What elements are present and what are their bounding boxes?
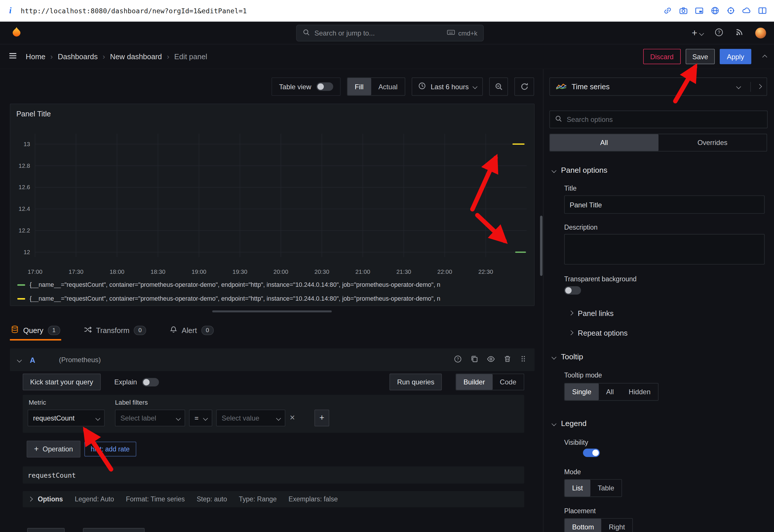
hide-icon[interactable]	[487, 355, 495, 365]
nav-search[interactable]: cmd+k	[296, 25, 484, 41]
legend-visibility-toggle[interactable]	[583, 449, 600, 457]
label-select[interactable]: Select label	[115, 410, 185, 426]
svg-text:17:00: 17:00	[28, 268, 42, 275]
avatar[interactable]	[755, 28, 766, 39]
svg-text:20:00: 20:00	[273, 268, 288, 275]
transform-count-badge: 0	[134, 325, 146, 335]
options-search[interactable]	[549, 111, 767, 129]
datasource-label: (Prometheus)	[59, 356, 101, 364]
title-input[interactable]	[564, 196, 765, 214]
legend-placement-right[interactable]: Right	[601, 519, 632, 532]
options-sidebar: Time series All Overrides Panel options …	[543, 69, 774, 532]
viz-type-label: Time series	[572, 82, 610, 91]
cloud-icon[interactable]	[742, 6, 751, 15]
viz-expand-button[interactable]	[757, 84, 761, 89]
breadcrumb-separator: ›	[167, 52, 170, 61]
delete-icon[interactable]	[503, 355, 511, 365]
add-menu-button[interactable]: +	[692, 28, 703, 39]
svg-text:20:30: 20:30	[315, 268, 329, 275]
query-row-header[interactable]: A (Prometheus) ?	[10, 348, 535, 371]
tab-overrides[interactable]: Overrides	[658, 134, 766, 151]
metric-select[interactable]: requestCount	[28, 410, 105, 426]
display-mode-fill[interactable]: Fill	[347, 78, 371, 95]
editor-mode-builder[interactable]: Builder	[456, 374, 492, 390]
legend-visibility-label: Visibility	[564, 439, 588, 446]
table-view-label: Table view	[279, 83, 311, 90]
description-input[interactable]	[564, 234, 765, 265]
rss-button[interactable]	[735, 28, 744, 39]
section-panel-options[interactable]: Panel options	[552, 166, 607, 175]
save-button[interactable]: Save	[685, 49, 715, 64]
section-tooltip[interactable]: Tooltip	[552, 352, 583, 361]
viz-picker[interactable]: Time series	[549, 77, 767, 96]
legend-item[interactable]: {__name__="requestCount", container="pro…	[17, 292, 531, 306]
database-icon	[11, 325, 19, 335]
add-expression-button[interactable]	[83, 528, 145, 532]
collapse-header-button[interactable]	[763, 52, 766, 61]
editor-tabs: Query 1 Transform 0 Alert 0	[10, 320, 215, 341]
menu-toggle-button[interactable]	[8, 51, 18, 62]
help-icon[interactable]: ?	[454, 355, 462, 365]
chevron-down-icon	[552, 168, 556, 173]
scrollbar-thumb[interactable]	[540, 216, 543, 276]
query-ref: A	[30, 356, 35, 364]
legend-mode-list[interactable]: List	[565, 480, 590, 496]
pip-icon[interactable]	[695, 6, 704, 15]
breadcrumb-item-dashboards[interactable]: Dashboards	[58, 52, 98, 61]
duplicate-icon[interactable]	[470, 355, 478, 365]
tooltip-mode-single[interactable]: Single	[565, 384, 599, 400]
add-filter-button[interactable]: +	[315, 410, 329, 426]
hint-add-rate-button[interactable]: hint: add rate	[84, 442, 136, 456]
url-text[interactable]: http://localhost:8080/dashboard/new?orgI…	[21, 7, 247, 14]
plus-icon: +	[692, 28, 697, 39]
display-mode-actual[interactable]: Actual	[371, 78, 405, 95]
run-queries-button[interactable]: Run queries	[390, 373, 442, 390]
panel-links-row[interactable]: Panel links	[569, 309, 614, 317]
split-view-icon[interactable]	[758, 6, 767, 15]
zoom-out-button[interactable]	[489, 77, 508, 96]
grafana-logo[interactable]	[10, 27, 23, 41]
options-search-input[interactable]	[567, 116, 762, 123]
help-button[interactable]: ?	[714, 27, 723, 39]
tab-query[interactable]: Query 1	[10, 320, 61, 341]
chevron-right-icon	[28, 497, 33, 501]
tooltip-mode-all[interactable]: All	[599, 384, 621, 400]
section-legend[interactable]: Legend	[552, 419, 587, 428]
breadcrumb-item-new-dashboard[interactable]: New dashboard	[110, 52, 162, 61]
title-label: Title	[564, 185, 577, 192]
camera-icon[interactable]	[679, 6, 688, 15]
global-search-input[interactable]	[315, 29, 442, 37]
panel-resize-handle[interactable]	[212, 310, 332, 312]
transparent-background-toggle[interactable]	[564, 286, 581, 295]
apply-button[interactable]: Apply	[720, 49, 751, 64]
kick-start-button[interactable]: Kick start your query	[23, 373, 101, 390]
timeseries-chart: 17:0017:3018:0018:3019:0019:3020:0020:30…	[10, 104, 534, 277]
time-range-picker[interactable]: Last 6 hours	[412, 77, 483, 96]
discard-button[interactable]: Discard	[643, 49, 680, 64]
tooltip-mode-hidden[interactable]: Hidden	[621, 384, 658, 400]
drag-icon[interactable]	[520, 355, 527, 365]
tab-alert[interactable]: Alert 0	[169, 320, 215, 341]
keyboard-shortcut: cmd+k	[447, 29, 477, 38]
add-operation-button[interactable]: +Operation	[27, 441, 80, 457]
breadcrumb-item-home[interactable]: Home	[26, 52, 45, 61]
svg-text:12.2: 12.2	[18, 227, 30, 234]
legend-mode-table[interactable]: Table	[590, 480, 622, 496]
link-icon[interactable]	[663, 6, 672, 15]
legend-placement-bottom[interactable]: Bottom	[565, 519, 601, 532]
tab-transform[interactable]: Transform 0	[83, 320, 147, 341]
refresh-button[interactable]	[514, 77, 534, 96]
target-icon[interactable]	[726, 6, 735, 15]
remove-filter-button[interactable]: ×	[290, 413, 295, 422]
options-toggle[interactable]: Options	[29, 496, 63, 503]
add-query-button[interactable]	[27, 528, 65, 532]
legend-item[interactable]: {__name__="requestCount", container="pro…	[17, 278, 531, 292]
explain-toggle[interactable]	[142, 378, 159, 386]
table-view-toggle[interactable]	[316, 82, 333, 91]
repeat-options-row[interactable]: Repeat options	[569, 329, 628, 337]
value-select[interactable]: Select value	[216, 410, 285, 426]
operator-select[interactable]: =	[189, 410, 212, 426]
editor-mode-code[interactable]: Code	[492, 374, 524, 390]
globe-icon[interactable]	[710, 6, 720, 15]
tab-all[interactable]: All	[550, 134, 658, 151]
